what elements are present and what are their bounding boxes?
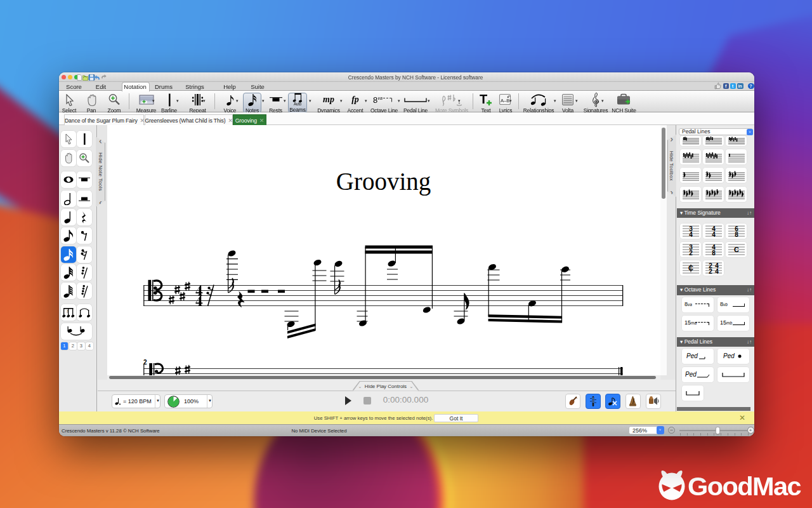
svg-text:va: va <box>377 96 383 100</box>
svg-text:T: T <box>480 93 487 106</box>
svg-text:8: 8 <box>735 231 738 237</box>
svg-text:2: 2 <box>689 250 693 256</box>
svg-text:4: 4 <box>712 231 716 237</box>
svg-text:4: 4 <box>689 231 693 237</box>
svg-text:8: 8 <box>712 250 716 256</box>
svg-text:Ped: Ped <box>685 371 697 378</box>
svg-text:2: 2 <box>709 268 712 274</box>
svg-text:3: 3 <box>67 309 69 312</box>
svg-text:8: 8 <box>373 95 377 105</box>
svg-text:Ped: Ped <box>723 352 735 359</box>
svg-text:4: 4 <box>715 268 719 274</box>
svg-text:Ped: Ped <box>686 352 698 359</box>
svg-text:C: C <box>734 246 739 253</box>
svg-text:A–B: A–B <box>501 98 509 104</box>
